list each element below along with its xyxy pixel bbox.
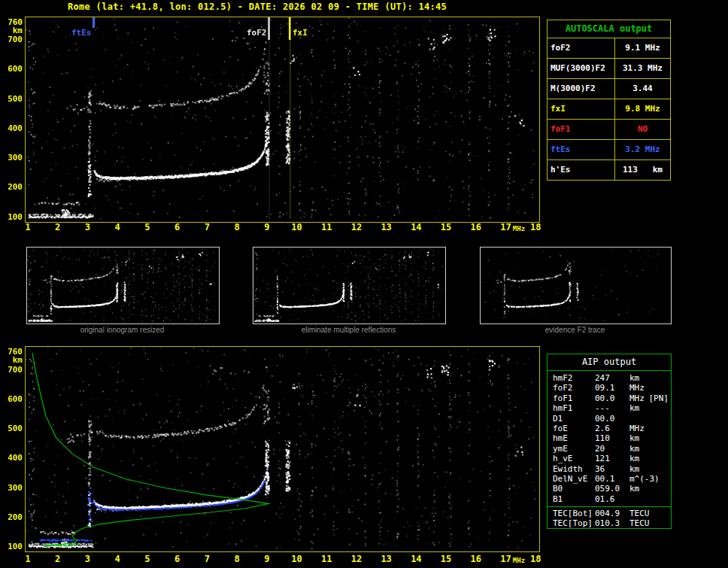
- param-label: h'Es: [548, 160, 615, 180]
- x-axis-tick-label: 12: [347, 223, 366, 232]
- x-axis-tick-label: 10: [287, 554, 306, 563]
- param-unit: TECU: [629, 509, 671, 518]
- x-axis-tick-label: 8: [227, 554, 247, 563]
- y-axis-tick-label: 500: [2, 95, 23, 104]
- autoscala-row: ftEs3.2 MHz: [548, 140, 670, 160]
- x-axis-tick-label: 2: [48, 223, 68, 232]
- autoscala-output-table: AUTOSCALA output foF29.1 MHzMUF(3000)F23…: [547, 20, 671, 181]
- x-axis-tick-label: 3: [77, 554, 97, 563]
- thumbnail-no-multiples-frame: [253, 247, 446, 324]
- param-value: 3.2 MHz: [615, 140, 670, 159]
- y-axis-tick-label: 300: [2, 484, 23, 493]
- param-value: 110: [595, 433, 629, 443]
- thumbnail-f2-evidence-caption: evidence F2 trace: [480, 326, 670, 334]
- thumbnail-f2-evidence-canvas: [481, 248, 669, 322]
- x-axis-tick-label: 9: [257, 223, 277, 232]
- autoscala-row: M(3000)F23.44: [548, 79, 670, 99]
- y-axis-tick-label: 400: [2, 454, 23, 463]
- aip-row: hmE110km: [548, 433, 671, 443]
- autoscala-row: foF29.1 MHz: [548, 38, 670, 59]
- param-value: 00.0: [595, 414, 629, 424]
- param-label: fxI: [548, 99, 615, 119]
- y-axis-tick-label: 600: [2, 395, 23, 404]
- x-axis-tick-label: 5: [138, 554, 157, 563]
- param-unit: km: [629, 444, 671, 454]
- param-value: ---: [595, 403, 629, 413]
- param-label: MUF(3000)F2: [548, 59, 615, 78]
- param-label: hmF1: [548, 403, 595, 413]
- param-value: 20: [595, 444, 629, 454]
- autoscala-row: foF1NO: [548, 120, 670, 140]
- top-ionogram-canvas: [26, 17, 538, 220]
- aip-tec-rows: TEC[Bot]004.9TECUTEC[Top]010.3TECU: [548, 506, 671, 529]
- aip-row: B101.6: [548, 494, 671, 504]
- x-axis-tick-label: 9: [257, 554, 277, 563]
- param-label: foF2: [548, 38, 615, 58]
- x-axis-tick-label: 16: [466, 554, 486, 563]
- y-axis-tick-label: 600: [2, 65, 23, 74]
- x-axis-tick-label: 14: [406, 223, 426, 232]
- y-axis-tick-label: 500: [2, 424, 23, 433]
- x-axis-tick-label: 3: [77, 223, 97, 232]
- x-axis-tick-label: 18: [526, 223, 545, 232]
- param-label: hmE: [548, 433, 595, 443]
- y-axis-unit-label: km: [2, 26, 23, 35]
- x-axis-tick-label: 13: [377, 554, 396, 563]
- param-value: 247: [595, 373, 629, 383]
- param-label: B1: [548, 494, 595, 504]
- x-axis-tick-label: 6: [168, 223, 187, 232]
- aip-row: foF100.0MHz[PN]: [548, 393, 671, 403]
- param-unit: km: [629, 454, 671, 463]
- param-label: TEC[Top]: [548, 518, 595, 528]
- param-label: h_vE: [548, 454, 595, 463]
- thumbnail-original-frame: [26, 247, 220, 324]
- aip-row: TEC[Top]010.3TECU: [548, 518, 671, 528]
- x-axis-tick-label: 5: [138, 223, 157, 232]
- param-value: 3.44: [615, 79, 670, 99]
- x-axis-tick-label: 4: [108, 554, 127, 563]
- bottom-ionogram-canvas: [26, 347, 538, 550]
- param-unit: [629, 414, 671, 424]
- x-axis-tick-label: 2: [48, 554, 68, 563]
- aip-table-rows: hmF2247kmfoF209.1MHzfoF100.0MHz[PN]hmF1-…: [548, 371, 671, 504]
- y-axis-tick-label: 700: [2, 366, 23, 375]
- param-unit: km: [629, 403, 671, 413]
- autoscala-row: MUF(3000)F231.3 MHz: [548, 59, 670, 79]
- param-label: foF1: [548, 120, 615, 139]
- param-unit: km: [629, 484, 671, 494]
- autoscala-row: fxI9.8 MHz: [548, 99, 670, 120]
- frequency-marker-label-ftEs: ftEs: [71, 29, 92, 37]
- x-axis-tick-label: 14: [406, 554, 426, 563]
- param-value: 9.8 MHz: [615, 99, 670, 119]
- aip-row: D100.0: [548, 414, 671, 424]
- autoscala-row: h'Es113 km: [548, 160, 670, 180]
- param-value: 01.6: [595, 494, 629, 504]
- param-value: 059.0: [595, 484, 629, 494]
- x-axis-tick-label: 11: [317, 223, 336, 232]
- x-axis-tick-label: 11: [317, 554, 336, 563]
- param-label: Ewidth: [548, 464, 595, 474]
- x-axis-tick-label: 15: [436, 223, 456, 232]
- param-value: NO: [615, 120, 670, 139]
- thumbnail-f2-evidence-frame: [480, 247, 672, 324]
- autoscala-table-header: AUTOSCALA output: [548, 20, 670, 38]
- aip-row: foE2.6MHz: [548, 424, 671, 433]
- param-value: 2.6: [595, 424, 629, 433]
- param-label: TEC[Bot]: [548, 509, 595, 518]
- x-axis-tick-label: 4: [108, 223, 127, 232]
- x-axis-unit-label: MHz: [509, 557, 529, 564]
- param-value: 31.3 MHz: [615, 59, 670, 78]
- y-axis-tick-label: 200: [2, 513, 23, 522]
- param-unit: TECU: [629, 518, 671, 528]
- aip-row: TEC[Bot]004.9TECU: [548, 509, 671, 518]
- y-axis-tick-label: 400: [2, 124, 23, 133]
- aip-row: ymE20km: [548, 444, 671, 454]
- frequency-marker-label-fxI: fxI: [293, 29, 308, 37]
- param-label: foF2: [548, 383, 595, 393]
- aip-row: B0059.0km: [548, 484, 671, 494]
- bottom-ionogram-frame: [25, 346, 540, 552]
- param-label: ftEs: [548, 140, 615, 159]
- thumbnail-original-caption: original ionogram resized: [26, 326, 218, 334]
- station-date-title: Rome (lat: +41.8, lon: 012.5) - DATE: 20…: [68, 2, 447, 12]
- param-unit: MHz: [629, 424, 671, 433]
